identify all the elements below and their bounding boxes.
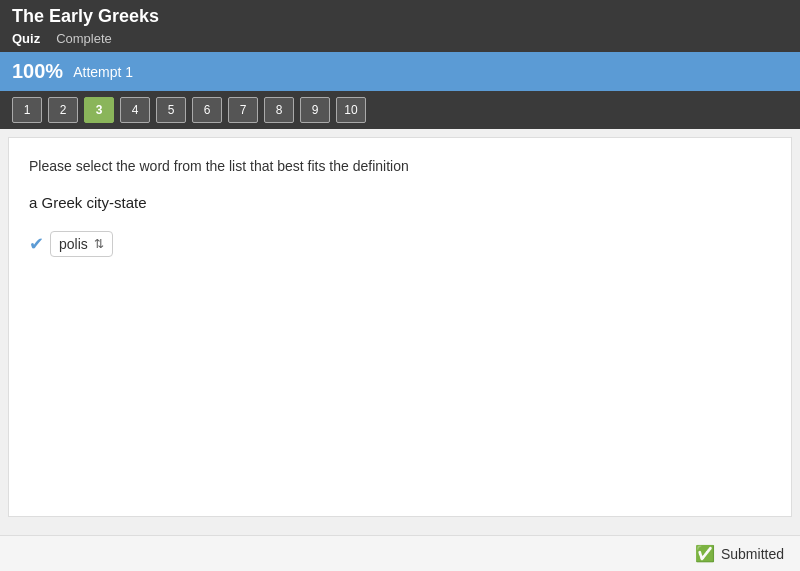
question-instruction: Please select the word from the list tha…	[29, 158, 771, 174]
question-nav-btn-2[interactable]: 2	[48, 97, 78, 123]
submitted-label: Submitted	[721, 546, 784, 562]
question-nav-btn-9[interactable]: 9	[300, 97, 330, 123]
question-nav-btn-4[interactable]: 4	[120, 97, 150, 123]
submitted-icon: ✅	[695, 544, 715, 563]
page-title: The Early Greeks	[12, 6, 788, 27]
dropdown-arrow-icon: ⇅	[94, 237, 104, 251]
question-nav-btn-1[interactable]: 1	[12, 97, 42, 123]
question-nav-btn-6[interactable]: 6	[192, 97, 222, 123]
attempt-label: Attempt 1	[73, 64, 133, 80]
nav-item-quiz[interactable]: Quiz	[12, 31, 40, 46]
content-area: Please select the word from the list tha…	[8, 137, 792, 517]
checkmark-icon: ✔	[29, 233, 44, 255]
answer-value: polis	[59, 236, 88, 252]
question-nav-btn-5[interactable]: 5	[156, 97, 186, 123]
question-definition: a Greek city-state	[29, 194, 771, 211]
score-bar: 100% Attempt 1	[0, 52, 800, 91]
question-nav-btn-3[interactable]: 3	[84, 97, 114, 123]
footer-bar: ✅ Submitted	[0, 535, 800, 571]
header-bar: The Early Greeks Quiz Complete	[0, 0, 800, 52]
answer-select-wrapper[interactable]: polis ⇅	[50, 231, 113, 257]
header-nav: Quiz Complete	[12, 31, 788, 46]
question-nav-btn-10[interactable]: 10	[336, 97, 366, 123]
score-value: 100%	[12, 60, 63, 83]
question-nav-btn-8[interactable]: 8	[264, 97, 294, 123]
answer-container: ✔ polis ⇅	[29, 231, 771, 257]
question-nav: 12345678910	[0, 91, 800, 129]
question-nav-btn-7[interactable]: 7	[228, 97, 258, 123]
nav-item-complete[interactable]: Complete	[56, 31, 112, 46]
